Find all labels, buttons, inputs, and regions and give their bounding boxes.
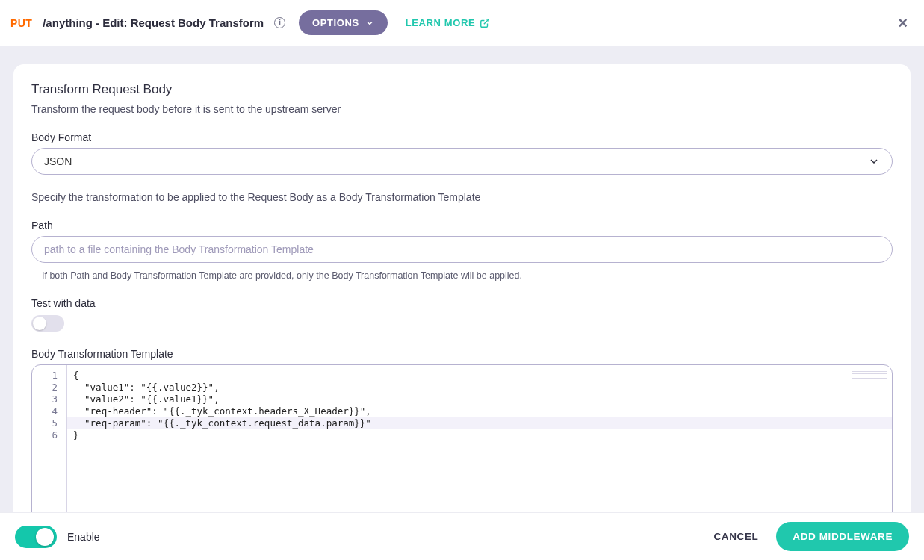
chevron-down-icon [868,155,880,167]
page-title: /anything - Edit: Request Body Transform [43,16,264,29]
path-input[interactable] [31,236,893,263]
options-button-label: OPTIONS [312,17,359,28]
cancel-button[interactable]: CANCEL [706,523,766,550]
body-format-select[interactable]: JSON [31,148,893,175]
template-blurb: Specify the transformation to be applied… [31,191,893,203]
section-title: Transform Request Body [31,82,893,97]
footer-bar: Enable CANCEL ADD MIDDLEWARE [0,512,924,560]
section-subtitle: Transform the request body before it is … [31,103,893,115]
body-template-label: Body Transformation Template [31,348,893,360]
body-format-label: Body Format [31,131,893,143]
path-help-text: If both Path and Body Transformation Tem… [42,270,893,281]
svg-line-0 [484,19,489,23]
body-format-value: JSON [44,155,72,167]
learn-more-label: LEARN MORE [406,17,475,28]
learn-more-link[interactable]: LEARN MORE [406,17,490,28]
http-method-badge: PUT [10,17,32,29]
top-bar: PUT /anything - Edit: Request Body Trans… [0,0,924,46]
info-icon[interactable]: i [274,17,285,28]
path-label: Path [31,220,893,231]
external-link-icon [480,18,490,28]
toggle-knob [36,528,54,546]
test-with-data-toggle[interactable] [31,315,64,332]
options-button[interactable]: OPTIONS [299,10,388,35]
transform-request-body-card: Transform Request Body Transform the req… [13,64,911,560]
close-icon[interactable]: × [898,13,908,33]
add-middleware-button[interactable]: ADD MIDDLEWARE [776,522,909,551]
editor-minimap [852,370,887,379]
test-with-data-label: Test with data [31,297,893,309]
chevron-down-icon [365,19,374,28]
toggle-knob [33,317,46,330]
enable-toggle[interactable] [15,526,57,548]
enable-label: Enable [67,531,100,543]
